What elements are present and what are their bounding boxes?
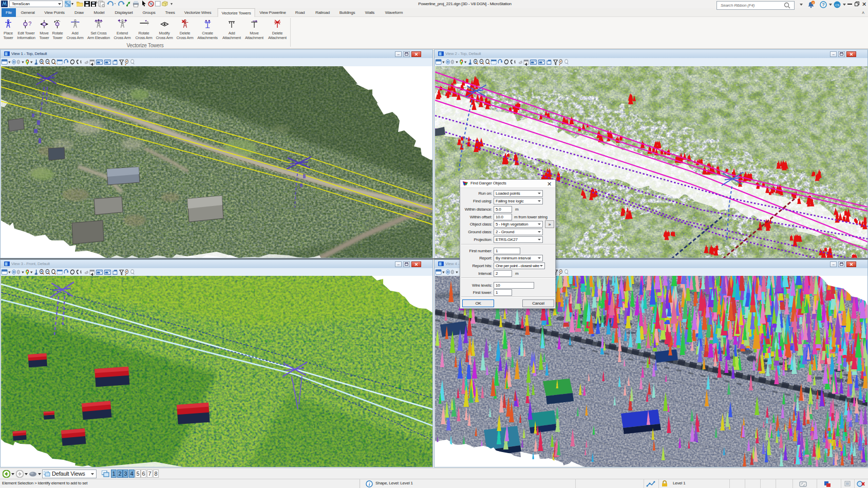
svg-text:CS: CS — [835, 4, 839, 7]
svg-text:?: ? — [28, 21, 31, 27]
svg-text:?: ? — [822, 2, 824, 7]
